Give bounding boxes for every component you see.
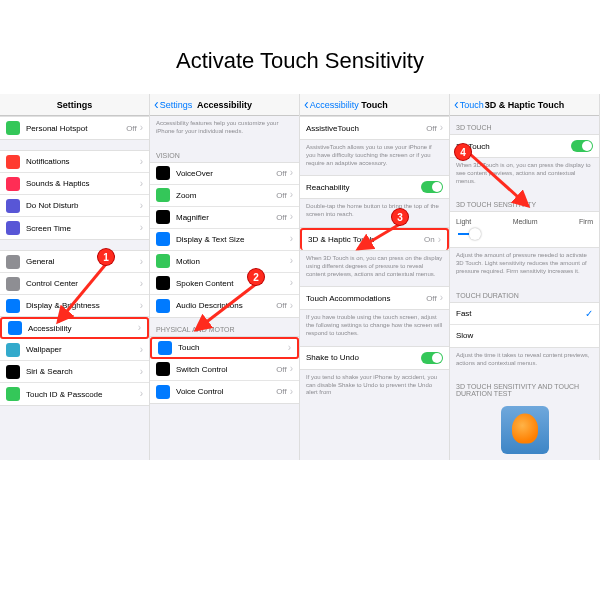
row-label: AssistiveTouch [306,124,426,133]
test-image[interactable] [501,406,549,454]
back-button[interactable]: Settings [154,100,192,110]
list-row[interactable]: Spoken Content [150,273,299,295]
row-label: Touch Accommodations [306,294,426,303]
navbar-touch: Accessibility Touch [300,94,449,116]
list-row[interactable]: Touch ID & Passcode [0,383,149,405]
row-label: Touch ID & Passcode [26,390,140,399]
row-fast[interactable]: Fast✓ [450,303,599,325]
row-3d-touch[interactable]: 3D Touch [450,135,599,157]
row-icon [6,365,20,379]
row-icon [6,387,20,401]
list-row[interactable]: Touch [150,337,299,359]
list-row[interactable]: Sounds & Haptics [0,173,149,195]
row-icon [156,385,170,399]
row-label: Control Center [26,279,140,288]
list-row[interactable]: Display & Text Size [150,229,299,251]
row-value: On [424,235,435,244]
list-row[interactable]: MagnifierOff [150,207,299,229]
row-value: Off [426,124,437,133]
row-label: Do Not Disturb [26,201,140,210]
list-row[interactable]: Reachability [300,176,449,198]
row-value: Off [276,387,287,396]
note: Adjust the time it takes to reveal conte… [450,348,599,376]
navbar-settings: Settings [0,94,149,116]
list-row[interactable]: Motion [150,251,299,273]
back-button[interactable]: Touch [454,100,484,110]
row-icon [156,188,170,202]
list-row[interactable]: ZoomOff [150,185,299,207]
section-duration: TOUCH DURATION [450,284,599,302]
row-icon [6,255,20,269]
list-row[interactable]: Screen Time [0,217,149,239]
row-label: Siri & Search [26,367,140,376]
list-row[interactable]: Accessibility [0,317,149,339]
row-icon [158,341,172,355]
list-row[interactable]: Shake to Undo [300,347,449,369]
row-label: Shake to Undo [306,353,421,362]
list-row[interactable]: Notifications [0,151,149,173]
row-icon [6,343,20,357]
row-label: Zoom [176,191,276,200]
list-row[interactable]: Siri & Search [0,361,149,383]
list-row[interactable]: Audio DescriptionsOff [150,295,299,317]
back-button[interactable]: Accessibility [304,100,359,110]
list-row[interactable]: AssistiveTouchOff [300,117,449,139]
row-icon [156,210,170,224]
list-row[interactable]: Control Center [0,273,149,295]
nav-title: Settings [57,100,93,110]
list-row[interactable]: Personal HotspotOff [0,117,149,139]
toggle-3d-touch[interactable] [571,140,593,152]
toggle[interactable] [421,181,443,193]
row-note: When 3D Touch is on, you can press on th… [300,251,449,286]
sensitivity-slider[interactable] [458,233,591,235]
list-row[interactable]: General [0,251,149,273]
row-label: Motion [176,257,290,266]
list-row[interactable]: Voice ControlOff [150,381,299,403]
row-slow[interactable]: Slow [450,325,599,347]
page-title: Activate Touch Sensitivity [0,0,600,94]
row-icon [156,276,170,290]
callout-2: 2 [248,269,264,285]
row-icon [6,155,20,169]
list-row[interactable]: Display & Brightness [0,295,149,317]
nav-title: Accessibility [197,100,252,110]
list-row[interactable]: Wallpaper [0,339,149,361]
toggle[interactable] [421,352,443,364]
row-label: Voice Control [176,387,276,396]
row-label: Audio Descriptions [176,301,276,310]
row-note: Double-tap the home button to bring the … [300,199,449,227]
row-label: 3D Touch [456,142,571,151]
row-label: Wallpaper [26,345,140,354]
row-label: Touch [178,343,288,352]
row-label: Display & Text Size [176,235,290,244]
panel-3d-touch: Touch 3D & Haptic Touch 3D TOUCH 3D Touc… [450,94,600,460]
panel-accessibility: Settings Accessibility Accessibility fea… [150,94,300,460]
check-icon: ✓ [585,308,593,319]
list-row[interactable]: Switch ControlOff [150,359,299,381]
row-icon [156,299,170,313]
slider-light: Light [456,218,471,225]
nav-title: 3D & Haptic Touch [485,100,564,110]
list-row[interactable]: 3D & Haptic TouchOn [300,228,449,250]
section-vision: VISION [150,144,299,162]
row-value: Off [276,301,287,310]
row-icon [156,362,170,376]
nav-title: Touch [361,100,387,110]
row-icon [156,254,170,268]
row-icon [156,166,170,180]
row-icon [6,221,20,235]
row-label: 3D & Haptic Touch [308,235,424,244]
row-note: AssistiveTouch allows you to use your iP… [300,140,449,175]
row-value: Off [276,365,287,374]
row-label: Magnifier [176,213,276,222]
list-row[interactable]: Do Not Disturb [0,195,149,217]
list-row[interactable]: VoiceOverOff [150,163,299,185]
section-sensitivity: 3D TOUCH SENSITIVITY [450,193,599,211]
callout-4: 4 [455,144,471,160]
list-row[interactable]: Touch AccommodationsOff [300,287,449,309]
panels-container: Settings Personal HotspotOffNotification… [0,94,600,460]
row-icon [6,299,20,313]
row-value: Off [276,169,287,178]
slider-medium: Medium [513,218,538,225]
row-label: Personal Hotspot [26,124,126,133]
